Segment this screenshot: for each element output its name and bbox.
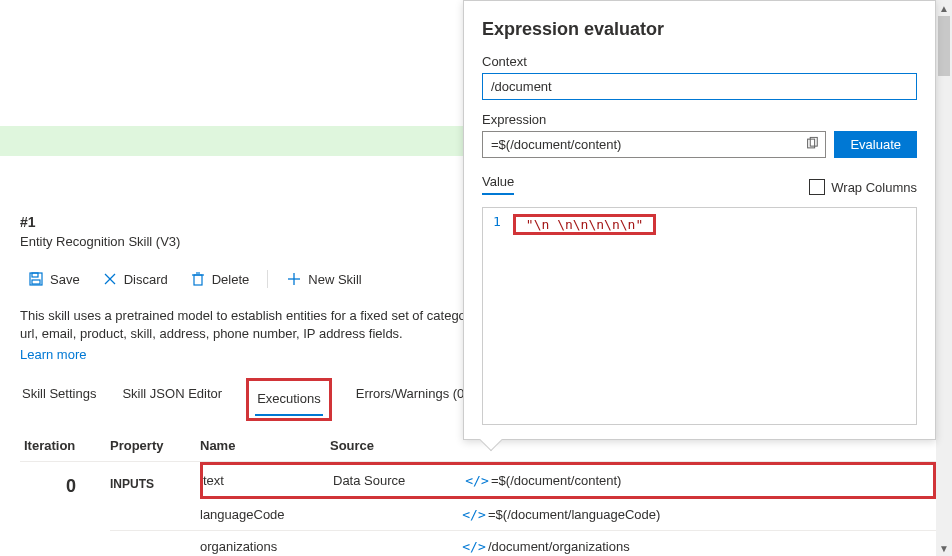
copy-icon[interactable]: [805, 136, 819, 153]
tab-errors-warnings[interactable]: Errors/Warnings (0): [354, 378, 471, 421]
expression-value: =$(/document/content): [491, 137, 621, 152]
wrap-columns-checkbox[interactable]: Wrap Columns: [809, 179, 917, 195]
row-path: =$(/document/content): [491, 473, 933, 488]
save-icon: [28, 271, 44, 287]
row-path: /document/organizations: [488, 539, 936, 554]
svg-rect-1: [32, 273, 38, 277]
value-output: "\n \n\n\n\n\n": [513, 214, 656, 235]
code-icon[interactable]: </>: [465, 473, 488, 488]
tab-skill-settings[interactable]: Skill Settings: [20, 378, 98, 421]
wrap-label: Wrap Columns: [831, 180, 917, 195]
value-tab[interactable]: Value: [482, 174, 514, 195]
tab-json-editor[interactable]: Skill JSON Editor: [120, 378, 224, 421]
svg-rect-5: [194, 275, 202, 285]
expression-label: Expression: [482, 112, 917, 127]
table-row[interactable]: languageCode </> =$(/document/languageCo…: [110, 499, 936, 531]
row-name: languageCode: [200, 507, 330, 522]
delete-label: Delete: [212, 272, 250, 287]
header-property: Property: [110, 438, 200, 453]
popup-title: Expression evaluator: [482, 19, 917, 40]
row-name: text: [203, 473, 333, 488]
save-button[interactable]: Save: [20, 267, 88, 291]
new-skill-label: New Skill: [308, 272, 361, 287]
row-path: =$(/document/languageCode): [488, 507, 936, 522]
line-number: 1: [493, 214, 501, 229]
code-icon[interactable]: </>: [462, 507, 485, 522]
row-source: Data Source: [333, 473, 463, 488]
new-skill-button[interactable]: New Skill: [278, 267, 369, 291]
table-row[interactable]: OUTPUTS organizations </> /document/orga…: [110, 531, 936, 556]
svg-rect-2: [32, 280, 40, 284]
executions-highlight: Executions: [246, 378, 332, 421]
row-name: organizations: [200, 539, 330, 554]
header-iteration: Iteration: [20, 438, 110, 453]
discard-label: Discard: [124, 272, 168, 287]
discard-icon: [102, 271, 118, 287]
context-value: /document: [491, 79, 552, 94]
delete-icon: [190, 271, 206, 287]
checkbox-box[interactable]: [809, 179, 825, 195]
table-row[interactable]: text Data Source </> =$(/document/conten…: [200, 462, 936, 499]
delete-button[interactable]: Delete: [182, 267, 258, 291]
executions-table: Iteration Property Name Source INPUTS: [20, 430, 936, 556]
tab-executions[interactable]: Executions: [255, 383, 323, 416]
expression-input[interactable]: =$(/document/content): [482, 131, 826, 158]
learn-more-link[interactable]: Learn more: [20, 347, 86, 362]
iteration-number: 0: [38, 476, 76, 497]
scroll-thumb[interactable]: [938, 16, 950, 76]
code-icon[interactable]: </>: [462, 539, 485, 554]
inputs-label: INPUTS: [110, 477, 154, 491]
header-source: Source: [330, 438, 460, 453]
evaluate-button[interactable]: Evaluate: [834, 131, 917, 158]
header-name: Name: [200, 438, 330, 453]
scroll-up-arrow[interactable]: ▲: [936, 0, 952, 16]
value-output-area: 1 "\n \n\n\n\n\n": [482, 207, 917, 425]
expression-evaluator-popup: Expression evaluator Context /document E…: [463, 0, 936, 440]
discard-button[interactable]: Discard: [94, 267, 176, 291]
scroll-down-arrow[interactable]: ▼: [936, 540, 952, 556]
page-scrollbar[interactable]: ▲ ▼: [936, 0, 952, 556]
plus-icon: [286, 271, 302, 287]
context-label: Context: [482, 54, 917, 69]
save-label: Save: [50, 272, 80, 287]
context-input[interactable]: /document: [482, 73, 917, 100]
toolbar-divider: [267, 270, 268, 288]
